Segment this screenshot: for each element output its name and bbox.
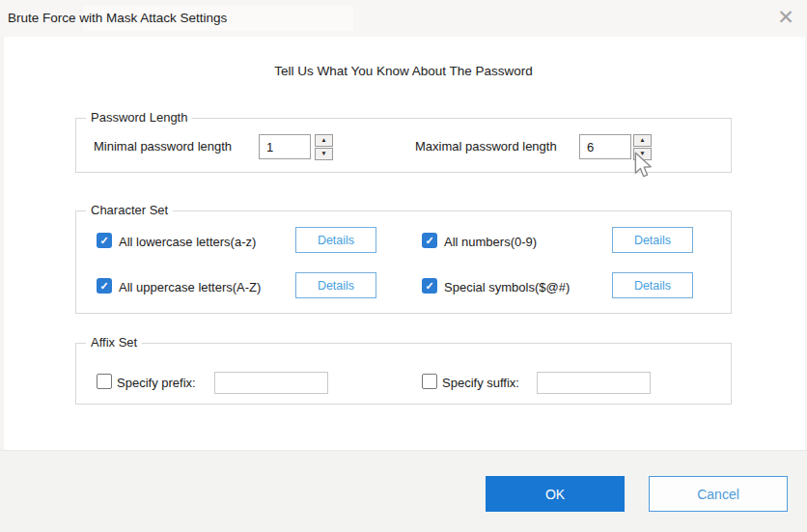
affix-set-legend: Affix Set [86,335,142,350]
ok-button[interactable]: OK [486,476,625,512]
numbers-details-button[interactable]: Details [612,227,693,253]
dialog-heading: Tell Us What You Know About The Password [0,64,807,78]
close-icon[interactable]: ✕ [772,4,799,31]
min-length-input[interactable] [259,134,311,159]
max-length-label: Maximal password length [415,139,557,154]
lowercase-label: All lowercase letters(a-z) [119,235,256,249]
lowercase-checkbox[interactable]: ✓ [97,233,112,248]
window-title: Brute Force with Mask Attack Settings [8,0,227,37]
max-length-spin-up-icon[interactable]: ▲ [633,134,652,147]
prefix-label: Specify prefix: [117,376,196,390]
symbols-checkbox[interactable]: ✓ [422,278,437,294]
prefix-checkbox[interactable]: ✓ [97,374,112,389]
prefix-input[interactable] [214,372,328,394]
numbers-label: All numbers(0-9) [444,235,537,249]
character-set-legend: Character Set [86,203,173,217]
uppercase-details-button[interactable]: Details [295,272,376,298]
suffix-checkbox[interactable]: ✓ [422,374,437,389]
symbols-label: Special symbols($@#) [444,280,570,294]
dialog-brute-force-mask-settings: Brute Force with Mask Attack Settings ✕ … [0,0,807,532]
suffix-label: Specify suffix: [442,376,519,390]
lowercase-details-button[interactable]: Details [295,227,376,253]
password-length-legend: Password Length [86,110,192,125]
min-length-spinner: ▲ ▼ [315,134,333,160]
min-length-spin-down-icon[interactable]: ▼ [315,148,333,160]
max-length-spin-down-icon[interactable]: ▼ [633,148,652,160]
symbols-details-button[interactable]: Details [612,272,693,298]
suffix-input[interactable] [537,372,651,394]
numbers-checkbox[interactable]: ✓ [422,233,437,248]
min-length-spin-up-icon[interactable]: ▲ [315,134,333,147]
min-length-label: Minimal password length [94,139,232,154]
uppercase-label: All uppercase letters(A-Z) [119,280,261,294]
cancel-button[interactable]: Cancel [649,476,788,512]
uppercase-checkbox[interactable]: ✓ [97,278,112,294]
title-bar: Brute Force with Mask Attack Settings ✕ [0,0,807,37]
max-length-input[interactable] [579,134,631,159]
max-length-spinner: ▲ ▼ [633,134,652,160]
